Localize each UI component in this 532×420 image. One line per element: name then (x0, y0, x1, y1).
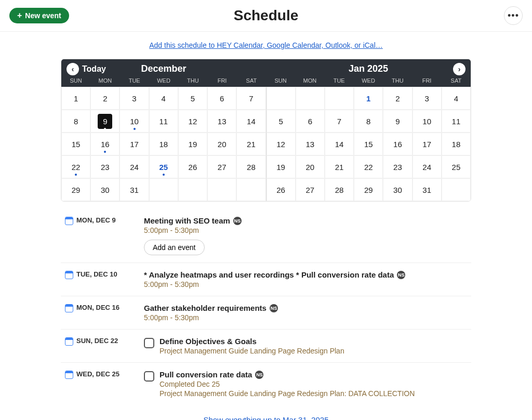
calendar-day[interactable]: 24 (119, 155, 149, 178)
day-number: 9 (395, 117, 400, 126)
calendar-day[interactable]: 30 (383, 178, 412, 201)
today-button[interactable]: Today (82, 64, 106, 74)
calendar-day[interactable]: 11 (149, 110, 178, 133)
new-event-button[interactable]: + New event (9, 8, 69, 23)
calendar-day[interactable]: 22 (354, 155, 383, 178)
calendar-day[interactable]: 19 (267, 155, 296, 178)
calendar-day[interactable]: 12 (178, 110, 207, 133)
day-number: 21 (247, 140, 256, 149)
show-more-link[interactable]: Show everything up to Mar 31, 2025 (61, 415, 471, 420)
calendar-day[interactable]: 4 (149, 87, 178, 110)
calendar-day[interactable]: 26 (178, 155, 207, 178)
agenda-title[interactable]: Meeting with SEO teamNS (144, 216, 467, 225)
agenda-title[interactable]: Define Objectives & Goals (159, 337, 344, 346)
calendar-day[interactable]: 13 (296, 133, 325, 155)
calendar-day[interactable]: 10 (119, 110, 149, 133)
new-event-label: New event (25, 11, 61, 20)
calendar-day[interactable]: 23 (383, 155, 412, 178)
calendar-day[interactable]: 5 (267, 110, 296, 133)
add-schedule-link[interactable]: Add this schedule to HEY Calendar, Googl… (61, 41, 471, 49)
calendar-day[interactable]: 23 (90, 155, 119, 178)
calendar-day[interactable]: 16 (90, 133, 119, 155)
calendar-day[interactable]: 30 (90, 178, 119, 201)
day-number: 18 (159, 140, 168, 149)
agenda-body: Define Objectives & GoalsProject Managem… (144, 337, 467, 355)
day-number: 3 (132, 94, 136, 103)
calendar-day[interactable]: 25 (442, 155, 471, 178)
calendar-day[interactable]: 6 (296, 110, 325, 133)
agenda-title[interactable]: Gather stakeholder requirementsNS (144, 304, 467, 312)
agenda-body: Gather stakeholder requirementsNS5:00pm … (144, 304, 467, 322)
calendar-day[interactable]: 8 (61, 110, 90, 133)
agenda-time: 5:00pm - 5:30pm (144, 280, 467, 288)
agenda-title[interactable]: * Analyze heatmaps and user recordings *… (144, 270, 467, 279)
dow-label: THU (383, 77, 412, 84)
day-number: 28 (247, 163, 256, 172)
calendar-day[interactable]: 3 (413, 87, 442, 110)
calendar-day[interactable]: 14 (325, 133, 354, 155)
calendar-day[interactable]: 25 (149, 155, 178, 178)
calendar-day[interactable]: 1 (354, 87, 383, 110)
calendar-day[interactable]: 27 (296, 178, 325, 201)
calendar-day[interactable]: 28 (236, 155, 265, 178)
prev-month-button[interactable]: ‹ (66, 63, 79, 75)
calendar-day[interactable]: 12 (267, 133, 296, 155)
calendar-day[interactable]: 16 (383, 133, 412, 155)
calendar-day[interactable]: 20 (296, 155, 325, 178)
calendar-day[interactable]: 28 (325, 178, 354, 201)
calendar-day[interactable]: 6 (207, 87, 236, 110)
chevron-right-icon: › (458, 65, 461, 73)
event-dot-icon (104, 128, 106, 130)
calendar-day[interactable]: 31 (413, 178, 442, 201)
calendar-day[interactable]: 2 (90, 87, 119, 110)
day-number: 31 (130, 186, 139, 194)
calendar-day[interactable]: 7 (236, 87, 265, 110)
calendar-day[interactable]: 21 (236, 133, 265, 155)
calendar-day[interactable]: 24 (413, 155, 442, 178)
calendar-day[interactable]: 10 (413, 110, 442, 133)
author-badge: NS (270, 304, 278, 312)
calendar-day[interactable]: 19 (178, 133, 207, 155)
calendar-day[interactable]: 9 (90, 110, 119, 133)
calendar-day[interactable]: 14 (236, 110, 265, 133)
calendar-day[interactable]: 20 (207, 133, 236, 155)
calendar-day[interactable]: 15 (354, 133, 383, 155)
calendar-day[interactable]: 21 (325, 155, 354, 178)
day-number: 14 (247, 117, 256, 126)
next-month-button[interactable]: › (453, 63, 466, 75)
todo-checkbox[interactable] (144, 338, 154, 348)
calendar: ‹TodayDecemberSUNMONTUEWEDTHUFRISATJan 2… (61, 59, 471, 202)
calendar-day[interactable]: 2 (383, 87, 412, 110)
calendar-day[interactable]: 1 (61, 87, 90, 110)
calendar-day[interactable]: 4 (442, 87, 471, 110)
dow-label: MON (90, 77, 119, 84)
calendar-day[interactable]: 5 (178, 87, 207, 110)
calendar-day[interactable]: 13 (207, 110, 236, 133)
calendar-day[interactable]: 8 (354, 110, 383, 133)
calendar-day[interactable]: 15 (61, 133, 90, 155)
calendar-day[interactable]: 31 (119, 178, 149, 201)
calendar-day (149, 178, 178, 201)
calendar-day[interactable]: 22 (61, 155, 90, 178)
more-menu-button[interactable]: ••• (504, 6, 523, 25)
agenda-title[interactable]: Pull conversion rate dataNS (159, 370, 415, 379)
day-number: 16 (101, 140, 110, 149)
calendar-day[interactable]: 29 (354, 178, 383, 201)
dow-label: FRI (412, 77, 441, 84)
calendar-day[interactable]: 17 (119, 133, 149, 155)
calendar-day[interactable]: 18 (149, 133, 178, 155)
calendar-day[interactable]: 3 (119, 87, 149, 110)
day-number: 12 (189, 117, 197, 126)
todo-checkbox[interactable] (144, 371, 154, 382)
calendar-day[interactable]: 11 (442, 110, 471, 133)
calendar-day[interactable]: 9 (383, 110, 412, 133)
calendar-day[interactable]: 17 (413, 133, 442, 155)
calendar-day[interactable]: 29 (61, 178, 90, 201)
calendar-day[interactable]: 18 (442, 133, 471, 155)
day-number: 13 (218, 117, 227, 126)
calendar-day[interactable]: 27 (207, 155, 236, 178)
add-event-button[interactable]: Add an event (144, 240, 205, 255)
calendar-day[interactable]: 26 (267, 178, 296, 201)
calendar-day[interactable]: 7 (325, 110, 354, 133)
day-number: 5 (278, 117, 283, 126)
